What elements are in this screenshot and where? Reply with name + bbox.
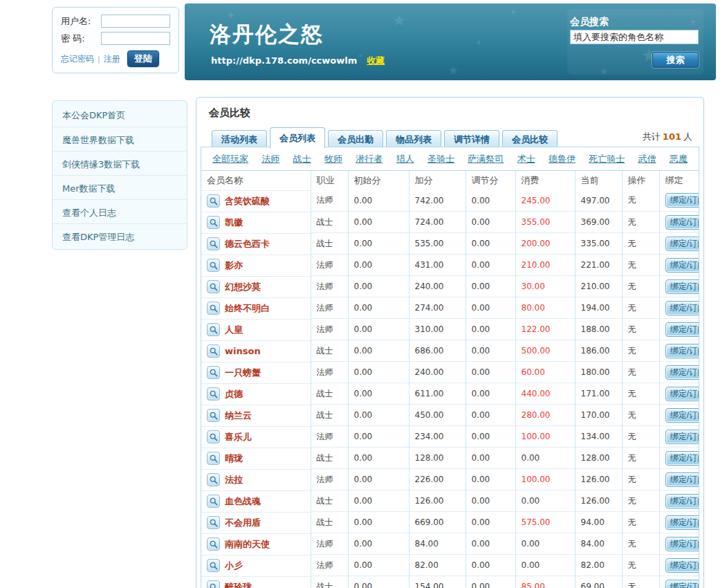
magnifier-icon[interactable] [207,473,220,486]
username-input[interactable] [101,15,170,28]
tab[interactable]: 会员列表 [270,127,325,148]
magnifier-icon[interactable] [207,495,220,508]
member-name-link[interactable]: 血色战魂 [225,495,261,508]
bind-subscribe-button[interactable]: 绑定/订阅 [665,258,700,273]
tab[interactable]: 会员比较 [502,130,558,148]
tab[interactable]: 活动列表 [212,130,267,148]
tab[interactable]: 调节详情 [444,130,499,148]
magnifier-icon[interactable] [207,516,220,529]
class-filter-link[interactable]: 死亡骑士 [589,153,625,165]
member-name-link[interactable]: 贞德 [225,388,243,401]
member-name-link[interactable]: 始终不明白 [225,302,270,315]
sidebar-item[interactable]: 魔兽世界数据下载 [53,127,187,151]
tab[interactable]: 物品列表 [386,130,441,148]
member-name-link[interactable]: 凯徽 [225,217,243,229]
bind-subscribe-button[interactable]: 绑定/订阅 [665,365,700,380]
bind-subscribe-button[interactable]: 绑定/订阅 [665,558,700,573]
member-name-link[interactable]: 含笑饮硫酸 [225,195,270,208]
favorite-link[interactable]: 收藏 [367,55,385,66]
class-filter-link[interactable]: 全部玩家 [212,153,248,165]
sidebar-item[interactable]: 本公会DKP首页 [53,102,187,127]
bind-subscribe-button[interactable]: 绑定/订阅 [665,237,700,251]
member-name-link[interactable]: 喜乐儿 [225,431,252,443]
login-button[interactable]: 登陆 [127,50,159,67]
member-name-link[interactable]: 影亦 [225,259,243,272]
member-name-link[interactable]: 小彡 [225,560,243,572]
magnifier-icon[interactable] [207,216,220,229]
bind-subscribe-button[interactable]: 绑定/订阅 [665,515,700,530]
member-name-link[interactable]: 法拉 [225,474,243,486]
bind-subscribe-button[interactable]: 绑定/订阅 [665,537,700,551]
class-filter-link[interactable]: 牧师 [324,153,342,165]
bind-subscribe-button[interactable]: 绑定/订阅 [665,494,700,508]
member-name-link[interactable]: 幻想沙莫 [225,281,261,293]
class-filter-link[interactable]: 圣骑士 [427,153,454,165]
member-name-link[interactable]: 不会用盾 [225,517,261,529]
magnifier-icon[interactable] [207,302,220,315]
member-search-input[interactable] [570,30,699,44]
sidebar-item-link[interactable]: 查看DKP管理日志 [62,232,134,242]
class-filter-link[interactable]: 萨满祭司 [468,153,504,165]
magnifier-icon[interactable] [207,559,220,572]
magnifier-icon[interactable] [207,409,220,422]
tab-label: 物品列表 [396,134,432,145]
magnifier-icon[interactable] [207,452,220,465]
bind-subscribe-button[interactable]: 绑定/订阅 [665,215,700,230]
class-filter-link[interactable]: 德鲁伊 [549,153,576,165]
magnifier-icon[interactable] [207,280,220,293]
bind-subscribe-button[interactable]: 绑定/订阅 [665,279,700,294]
sidebar-item[interactable]: 查看DKP管理日志 [53,223,187,248]
sidebar-item-link[interactable]: Mer数据下载 [62,183,116,194]
magnifier-icon[interactable] [207,387,220,401]
register-link[interactable]: 注册 [104,54,120,64]
member-name-link[interactable]: 纳兰云 [225,410,252,422]
magnifier-icon[interactable] [207,323,220,336]
member-name-link[interactable]: 一只螃蟹 [225,367,261,379]
sidebar-item-link[interactable]: 查看个人日志 [62,208,116,218]
magnifier-icon[interactable] [207,194,220,208]
magnifier-icon[interactable] [207,538,220,551]
bind-subscribe-button[interactable]: 绑定/订阅 [665,193,700,208]
magnifier-icon[interactable] [207,344,220,358]
sidebar-item[interactable]: 剑侠情缘3数据下载 [53,151,187,175]
class-filter-link[interactable]: 战士 [293,153,311,165]
magnifier-icon[interactable] [207,366,220,379]
bind-subscribe-button[interactable]: 绑定/订阅 [665,408,700,423]
adjust-score: 0.00 [466,255,515,276]
sidebar-item[interactable]: Mer数据下载 [53,175,187,199]
class-filter-link[interactable]: 恶魔 [670,153,688,165]
bind-subscribe-button[interactable]: 绑定/订阅 [665,472,700,487]
action-cell: 无 [622,533,659,555]
bind-subscribe-button[interactable]: 绑定/订阅 [665,301,700,315]
bind-subscribe-button[interactable]: 绑定/订阅 [665,430,700,444]
member-name-link[interactable]: 南南的天使 [225,538,270,551]
member-name-link[interactable]: 人皇 [225,324,243,336]
bind-subscribe-button[interactable]: 绑定/订阅 [665,322,700,337]
magnifier-icon[interactable] [207,259,220,272]
member-name-link[interactable]: 醉玲珑 [225,581,252,588]
bind-subscribe-button[interactable]: 绑定/订阅 [665,344,700,358]
sidebar-item-link[interactable]: 本公会DKP首页 [62,110,125,120]
sidebar-item-link[interactable]: 魔兽世界数据下载 [62,135,134,145]
tab[interactable]: 会员出勤 [328,130,383,148]
search-button[interactable]: 搜索 [652,52,699,68]
bind-subscribe-button[interactable]: 绑定/订阅 [665,387,700,401]
member-name-link[interactable]: winson [225,346,261,356]
class-filter-link[interactable]: 法师 [261,153,279,165]
member-name-link[interactable]: 晴珑 [225,452,243,465]
bind-subscribe-button[interactable]: 绑定/订阅 [665,451,700,466]
action-cell: 无 [622,383,659,405]
bind-subscribe-button[interactable]: 绑定/订阅 [665,580,700,588]
password-input[interactable] [101,32,170,45]
class-filter-link[interactable]: 潜行者 [356,153,383,165]
magnifier-icon[interactable] [207,580,220,588]
forgot-password-link[interactable]: 忘记密码 [61,54,94,64]
class-filter-link[interactable]: 武僧 [638,153,656,165]
member-name-link[interactable]: 德云色西卡 [225,238,270,250]
sidebar-item-link[interactable]: 剑侠情缘3数据下载 [62,159,140,169]
sidebar-item[interactable]: 查看个人日志 [53,199,187,223]
magnifier-icon[interactable] [207,430,220,443]
class-filter-link[interactable]: 术士 [517,153,535,165]
magnifier-icon[interactable] [207,237,220,250]
class-filter-link[interactable]: 猎人 [396,153,414,165]
